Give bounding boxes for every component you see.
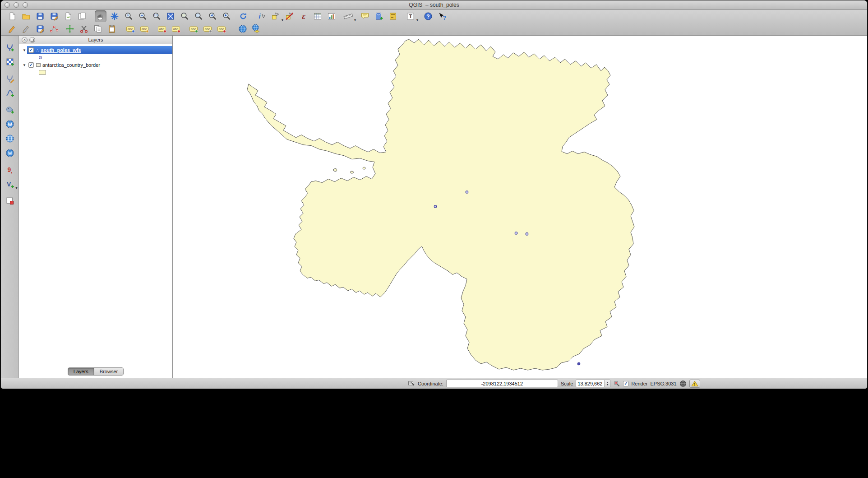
current-edits-icon[interactable]	[6, 23, 18, 35]
deselect-features-icon[interactable]	[284, 10, 295, 22]
layer-visibility-checkbox[interactable]	[28, 62, 34, 68]
zoom-button[interactable]	[23, 2, 28, 8]
island	[333, 169, 337, 172]
help-contents-icon[interactable]: ?	[422, 10, 434, 22]
open-project-icon[interactable]	[20, 10, 32, 22]
text-annotation-glyph: T	[406, 11, 416, 21]
minimize-button[interactable]	[14, 2, 19, 8]
crs-status-icon[interactable]	[679, 380, 687, 387]
svg-text:,: ,	[11, 168, 12, 174]
label-highlight-icon[interactable]: abc	[156, 23, 168, 35]
pan-to-selection-icon[interactable]	[109, 10, 120, 22]
label-pin-icon[interactable]: abc	[139, 23, 150, 35]
add-wfs-layer-icon[interactable]: V	[4, 147, 16, 159]
new-bookmark-icon[interactable]	[373, 10, 385, 22]
add-wms-layer-icon[interactable]: W	[4, 118, 16, 130]
scale-combobox[interactable]: ▴▾	[576, 380, 610, 387]
remove-layer-icon[interactable]	[4, 195, 16, 207]
svg-text:V: V	[7, 181, 11, 188]
spinner-down-icon[interactable]: ▾	[607, 384, 608, 386]
move-feature-icon[interactable]	[64, 23, 76, 35]
add-wcs-layer-icon[interactable]	[4, 133, 16, 144]
node-tool-icon[interactable]	[48, 23, 60, 35]
zoom-out-icon[interactable]: −	[137, 10, 148, 22]
zoom-full-glyph	[166, 11, 175, 21]
point-symbol-swatch[interactable]	[39, 56, 42, 59]
cut-features-icon[interactable]	[78, 23, 90, 35]
extent-toggle-icon[interactable]	[408, 380, 415, 387]
add-delimited-text-layer-icon[interactable]: V▾	[4, 178, 16, 190]
dropdown-arrow-icon[interactable]: ▾	[354, 18, 356, 22]
statistical-summary-icon[interactable]	[326, 10, 337, 22]
pan-map-icon[interactable]	[95, 10, 106, 22]
collapse-arrow-icon[interactable]: ▼	[22, 48, 27, 52]
db-manager-glyph	[252, 24, 262, 34]
scale-input[interactable]	[576, 380, 604, 387]
polygon-symbol-swatch[interactable]	[39, 70, 46, 75]
measure-line-icon[interactable]: ▾	[342, 10, 354, 22]
new-print-composer-icon[interactable]	[62, 10, 74, 22]
panel-close-icon[interactable]: ×	[22, 37, 28, 43]
open-attribute-table-icon[interactable]	[312, 10, 323, 22]
db-manager-icon[interactable]	[251, 23, 263, 35]
add-raster-layer-icon[interactable]	[4, 56, 16, 68]
select-by-expression-icon[interactable]: ε	[298, 10, 309, 22]
select-features-icon[interactable]: ▾	[270, 10, 282, 22]
whats-this-icon[interactable]: ?	[436, 10, 448, 22]
add-spatialite-layer-icon[interactable]	[4, 87, 16, 99]
save-layer-edits-icon[interactable]	[34, 23, 46, 35]
toggle-editing-icon[interactable]	[20, 23, 32, 35]
add-postgis-layer-icon[interactable]	[4, 104, 16, 116]
zoom-full-icon[interactable]	[165, 10, 176, 22]
zoom-to-selection-icon[interactable]	[179, 10, 190, 22]
paste-features-icon[interactable]	[106, 23, 118, 35]
new-project-icon[interactable]	[6, 10, 18, 22]
map-canvas[interactable]	[173, 36, 867, 378]
dropdown-arrow-icon[interactable]: ▾	[416, 18, 418, 22]
title-bar[interactable]: QGIS – south_poles	[1, 0, 867, 10]
map-tips-icon[interactable]	[359, 10, 371, 22]
label-move-icon[interactable]: abc	[170, 23, 182, 35]
save-layer-edits-glyph	[35, 24, 45, 34]
identify-features-icon[interactable]: i	[256, 10, 268, 22]
close-button[interactable]	[5, 2, 10, 8]
symbol-row	[19, 69, 172, 76]
layer-visibility-checkbox[interactable]	[28, 47, 34, 53]
manage-layers-toolbar: WV9,V▾	[1, 36, 19, 378]
layer-item-south-poles-wfs[interactable]: ▼ ∴ south_poles_wfs	[19, 46, 172, 54]
tab-browser[interactable]: Browser	[94, 367, 124, 376]
add-vector-layer-icon[interactable]	[4, 42, 16, 53]
label-settings-icon[interactable]: abc	[125, 23, 136, 35]
save-project-icon[interactable]	[34, 10, 46, 22]
label-rotate-icon[interactable]: abc	[188, 23, 199, 35]
web-service-icon[interactable]	[237, 23, 249, 35]
zoom-in-icon[interactable]: +	[123, 10, 134, 22]
label-change-icon[interactable]: abc	[202, 23, 213, 35]
show-bookmarks-icon[interactable]	[387, 10, 399, 22]
collapse-arrow-icon[interactable]: ▼	[22, 63, 27, 67]
render-checkbox[interactable]	[623, 381, 628, 386]
panel-float-icon[interactable]	[29, 37, 35, 43]
layer-item-antarctica-country-border[interactable]: ▼ antarctica_country_border	[19, 61, 172, 69]
text-annotation-icon[interactable]: T▾	[405, 10, 416, 22]
refresh-map-icon[interactable]	[237, 10, 249, 22]
copy-features-icon[interactable]	[92, 23, 104, 35]
zoom-next-icon[interactable]	[221, 10, 232, 22]
add-oracle-layer-icon[interactable]: 9,	[4, 164, 16, 176]
scale-spinner[interactable]: ▴▾	[604, 380, 610, 387]
messages-warning-button[interactable]	[689, 380, 700, 388]
dropdown-arrow-icon[interactable]: ▾	[15, 186, 17, 190]
coordinate-input[interactable]	[446, 380, 558, 387]
label-properties-icon[interactable]: abc	[216, 23, 227, 35]
composer-manager-icon[interactable]	[76, 10, 88, 22]
open-project-glyph	[21, 11, 31, 21]
scale-label: Scale	[561, 381, 573, 386]
dropdown-arrow-icon[interactable]: ▾	[282, 18, 283, 22]
save-project-as-icon[interactable]	[48, 10, 60, 22]
zoom-native-icon[interactable]: 1:1	[151, 10, 162, 22]
tab-layers[interactable]: Layers	[68, 367, 94, 376]
new-shapefile-layer-icon[interactable]	[4, 73, 16, 84]
zoom-last-icon[interactable]	[207, 10, 218, 22]
stop-rendering-icon[interactable]	[613, 380, 620, 387]
zoom-to-layer-icon[interactable]	[193, 10, 204, 22]
